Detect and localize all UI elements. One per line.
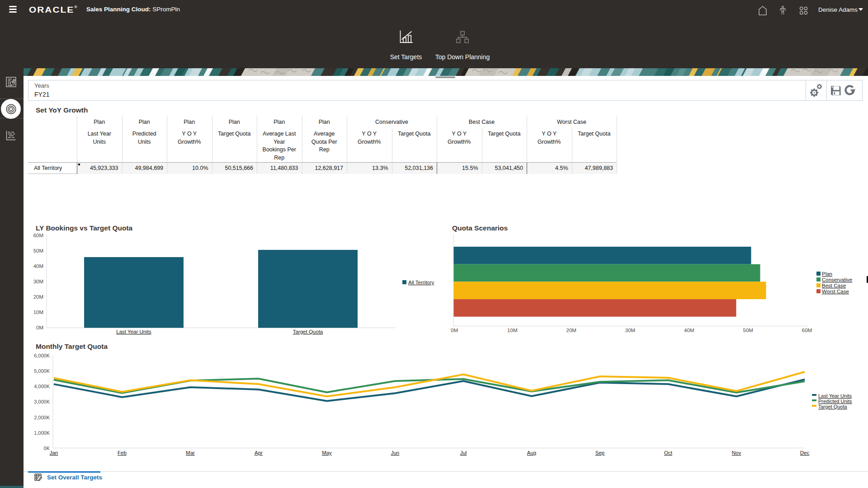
svg-text:30M: 30M <box>33 279 43 284</box>
svg-text:Target Quota: Target Quota <box>293 329 323 334</box>
svg-text:3,000K: 3,000K <box>34 399 50 404</box>
svg-text:Best Case: Best Case <box>822 283 846 288</box>
svg-text:Last Year Units: Last Year Units <box>818 393 852 399</box>
svg-text:Target Quota: Target Quota <box>818 404 847 409</box>
svg-text:Predicted Units: Predicted Units <box>818 399 852 404</box>
svg-text:60M: 60M <box>33 233 43 238</box>
svg-text:1,000K: 1,000K <box>34 430 50 436</box>
svg-text:Nov: Nov <box>732 450 741 455</box>
svg-text:Sep: Sep <box>595 450 604 455</box>
svg-text:10M: 10M <box>33 310 43 315</box>
svg-text:0K: 0K <box>44 446 50 451</box>
svg-text:Conservative: Conservative <box>822 277 852 282</box>
svg-text:0M: 0M <box>451 328 458 333</box>
svg-text:0M: 0M <box>36 325 43 330</box>
svg-text:2,000K: 2,000K <box>34 415 50 420</box>
svg-text:Jun: Jun <box>391 450 400 455</box>
svg-text:Last Year Units: Last Year Units <box>116 329 151 334</box>
svg-text:Oct: Oct <box>664 450 673 455</box>
svg-text:50M: 50M <box>33 248 43 253</box>
svg-text:6,000K: 6,000K <box>34 353 50 358</box>
svg-text:May: May <box>322 450 332 455</box>
svg-text:Dec: Dec <box>800 450 810 455</box>
svg-text:4,000K: 4,000K <box>34 384 50 389</box>
svg-text:20M: 20M <box>33 294 43 300</box>
svg-text:All Territory: All Territory <box>408 280 434 285</box>
svg-text:Mar: Mar <box>186 450 195 455</box>
svg-text:40M: 40M <box>684 328 694 333</box>
svg-text:Apr: Apr <box>255 450 263 455</box>
svg-text:20M: 20M <box>566 328 576 333</box>
svg-text:Plan: Plan <box>822 271 832 277</box>
svg-text:60M: 60M <box>802 328 812 333</box>
svg-text:30M: 30M <box>625 328 635 333</box>
svg-text:Worst Case: Worst Case <box>822 289 849 294</box>
svg-text:Feb: Feb <box>118 450 127 455</box>
svg-text:Jan: Jan <box>50 450 58 455</box>
svg-text:40M: 40M <box>33 263 43 269</box>
svg-text:5,000K: 5,000K <box>34 368 50 374</box>
svg-text:50M: 50M <box>743 328 753 333</box>
svg-text:10M: 10M <box>507 328 517 333</box>
svg-text:Jul: Jul <box>460 450 467 455</box>
svg-text:Aug: Aug <box>527 450 536 455</box>
